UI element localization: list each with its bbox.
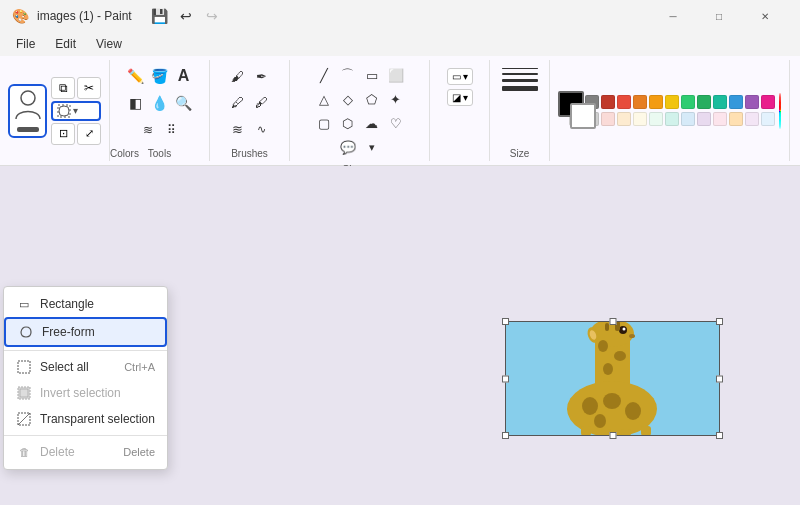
brush3[interactable]: 🖊 [227,92,249,114]
delete-label: Delete [40,445,75,459]
shape-heart[interactable]: ♡ [385,112,407,134]
invert-svg [17,386,31,400]
color-lightblue[interactable] [681,112,695,126]
color-peach[interactable] [617,112,631,126]
size-line-2[interactable] [502,73,538,75]
dropdown-item-rectangle[interactable]: ▭ Rectangle [4,291,167,317]
menu-view[interactable]: View [88,35,130,53]
pencil-tool[interactable]: ✏️ [125,65,147,87]
color-lilac[interactable] [745,112,759,126]
giraffe-illustration [505,321,720,436]
color-purple[interactable] [745,95,759,109]
brush2[interactable]: ✒ [251,65,273,87]
handle-tr[interactable] [716,318,723,325]
svg-point-24 [625,402,641,420]
freeform-icon-svg [19,325,33,339]
shape-round-rect[interactable]: ▢ [313,112,335,134]
handle-bm[interactable] [609,432,616,439]
save-icon[interactable]: 💾 [148,4,172,28]
select-person-button[interactable] [8,84,47,138]
shape-more[interactable]: ▾ [361,136,383,158]
maximize-button[interactable]: □ [696,0,742,32]
fill-chevron: ▾ [463,92,468,103]
text-tool[interactable]: A [173,65,195,87]
shape-rect2[interactable]: ⬜ [385,64,407,86]
handle-tm[interactable] [609,318,616,325]
color-cream[interactable] [633,112,647,126]
color-darkred[interactable] [601,95,615,109]
dropdown-item-select-all[interactable]: Select all Ctrl+A [4,354,167,380]
shape-hexagon[interactable]: ⬡ [337,112,359,134]
svg-point-14 [623,328,626,331]
freeform-select-icon [57,104,71,118]
color-teal[interactable] [713,95,727,109]
copy-button[interactable]: ⧉ [51,77,75,99]
dropdown-item-delete[interactable]: 🗑 Delete Delete [4,439,167,465]
dropdown-item-invert[interactable]: Invert selection [4,380,167,406]
outline-dropdown[interactable]: ▭ ▾ [447,68,473,85]
color-amber[interactable] [649,95,663,109]
secondary-color[interactable] [570,103,596,129]
size-line-3[interactable] [502,79,538,82]
color-blush[interactable] [713,112,727,126]
size-line-1[interactable] [502,68,538,69]
color-lavender[interactable] [697,112,711,126]
select-dropdown-button[interactable]: ▾ [51,101,101,121]
dropdown-item-transparent[interactable]: Transparent selection [4,406,167,432]
color-spectrum[interactable] [779,93,781,129]
brush5[interactable]: ≋ [227,119,249,141]
dropdown-item-freeform[interactable]: Free-form [4,317,167,347]
color-pink[interactable] [761,95,775,109]
color-tan[interactable] [729,112,743,126]
handle-tl[interactable] [502,318,509,325]
close-button[interactable]: ✕ [742,0,788,32]
giraffe-image-container[interactable] [505,321,720,436]
color-yellow[interactable] [665,95,679,109]
color-darkgreen[interactable] [697,95,711,109]
tool3[interactable]: ⠿ [161,119,183,141]
color-lightmint[interactable] [665,112,679,126]
crop-button[interactable]: ⊡ [51,123,75,145]
color-iceblue[interactable] [761,112,775,126]
color-mint[interactable] [649,112,663,126]
handle-mr[interactable] [716,375,723,382]
cut-button[interactable]: ✂ [77,77,101,99]
size-line-4[interactable] [502,86,538,91]
handle-ml[interactable] [502,375,509,382]
shape-triangle[interactable]: △ [313,88,335,110]
resize-button[interactable]: ⤢ [77,123,101,145]
fill-tool[interactable]: 🪣 [149,65,171,87]
menu-file[interactable]: File [8,35,43,53]
shape-cloud[interactable]: ☁ [361,112,383,134]
fill-dropdown[interactable]: ◪ ▾ [447,89,473,106]
tool2[interactable]: ≋ [137,119,159,141]
shape-line[interactable]: ╱ [313,64,335,86]
shape-rect[interactable]: ▭ [361,64,383,86]
delete-shortcut: Delete [123,446,155,458]
handle-bl[interactable] [502,432,509,439]
brush4[interactable]: 🖋 [251,92,273,114]
canvas-area[interactable]: ▭ Rectangle Free-form [0,166,800,505]
transparent-selection-icon [16,411,32,427]
shape-pentagon[interactable]: ⬠ [361,88,383,110]
handle-br[interactable] [716,432,723,439]
color-green[interactable] [681,95,695,109]
shape-star[interactable]: ✦ [385,88,407,110]
color-lightpink[interactable] [601,112,615,126]
brush6[interactable]: ∿ [251,119,273,141]
minimize-button[interactable]: ─ [650,0,696,32]
undo-button[interactable]: ↩ [174,4,198,28]
shape-curve[interactable]: ⌒ [337,64,359,86]
shape-callout[interactable]: 💬 [337,136,359,158]
color-orange[interactable] [633,95,647,109]
redo-button[interactable]: ↪ [200,4,224,28]
color-red[interactable] [617,95,631,109]
shape-diamond[interactable]: ◇ [337,88,359,110]
menu-edit[interactable]: Edit [47,35,84,53]
zoom-tool[interactable]: 🔍 [173,92,195,114]
menubar: File Edit View [0,32,800,56]
eraser-tool[interactable]: ◧ [125,92,147,114]
color-blue[interactable] [729,95,743,109]
color-picker-tool[interactable]: 💧 [149,92,171,114]
brush1[interactable]: 🖌 [227,65,249,87]
